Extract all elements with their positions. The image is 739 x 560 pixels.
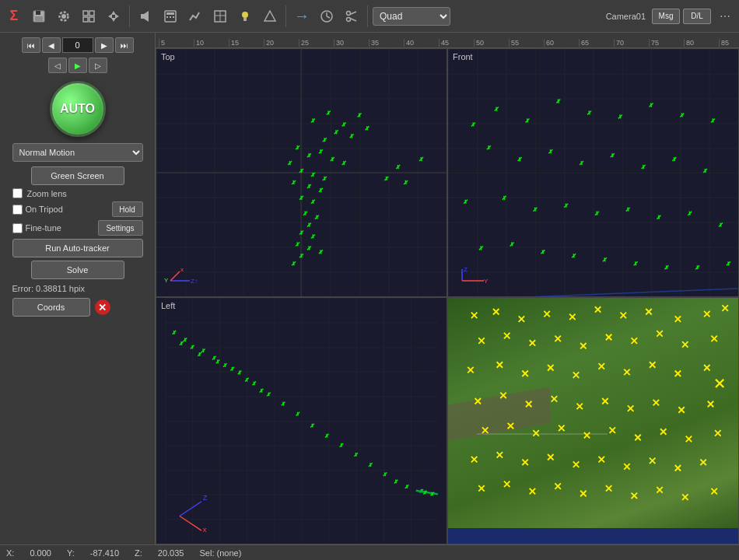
frame-prev-button[interactable]: ◁ — [48, 58, 67, 73]
green-screen-button[interactable]: Green Screen — [31, 166, 124, 185]
ruler-tick: 35 — [369, 39, 404, 47]
sep1 — [129, 5, 130, 27]
front-label: Front — [453, 52, 473, 61]
frame-next-button[interactable]: ▷ — [89, 58, 107, 73]
x-mark-button[interactable]: ✕ — [95, 299, 110, 315]
mode-dropdown[interactable]: Quad — [373, 7, 450, 26]
ruler-tick: 55 — [509, 39, 544, 47]
svg-rect-25 — [243, 19, 247, 21]
fine-tune-checkbox[interactable] — [12, 223, 23, 233]
move-icon[interactable] — [103, 5, 124, 27]
play-button[interactable]: ▶ — [68, 58, 87, 73]
top-axis: Z↑ x Y — [163, 265, 201, 290]
group-icon[interactable] — [78, 5, 100, 27]
sigma-icon[interactable]: Σ — [3, 5, 25, 27]
svg-text:Z: Z — [203, 494, 208, 502]
svg-rect-6 — [89, 11, 94, 16]
next-button[interactable]: ▶ — [95, 37, 114, 53]
left-viewport[interactable]: Left — [156, 297, 447, 544]
triangle-icon[interactable] — [259, 5, 281, 27]
next-next-button[interactable]: ⏭ — [115, 37, 134, 53]
y-value: -87.410 — [90, 548, 119, 558]
svg-rect-17 — [166, 16, 168, 18]
svg-point-31 — [347, 17, 351, 21]
ruler-tick: 25 — [299, 39, 334, 47]
ruler-ticks: 5101520253035404550556065707580859095 — [156, 33, 739, 48]
svg-rect-1 — [36, 11, 40, 15]
msg-button[interactable]: Msg — [652, 9, 680, 24]
audio-icon[interactable] — [135, 5, 156, 27]
sel-label: Sel: (none) — [199, 548, 241, 558]
svg-rect-13 — [141, 14, 144, 19]
top-track-marks: Z↑ x Y — [156, 49, 447, 296]
svg-point-30 — [347, 11, 351, 15]
viewports: Top — [156, 48, 739, 544]
zoom-lens-row: Zoom lens — [12, 188, 143, 198]
camera-status-bar — [448, 528, 738, 544]
svg-line-42 — [170, 271, 180, 281]
ruler-tick: 70 — [614, 39, 649, 47]
svg-line-54 — [180, 502, 201, 516]
calc-icon[interactable] — [159, 5, 181, 27]
left-label: Left — [161, 301, 175, 310]
svg-text:Z↑: Z↑ — [191, 278, 198, 285]
ruler-tick: 50 — [474, 39, 509, 47]
error-text: Error: 0.38811 hpix — [12, 284, 143, 293]
light-icon[interactable] — [234, 5, 256, 27]
front-axis: Z Y — [454, 265, 493, 290]
ruler-tick: 30 — [334, 39, 369, 47]
clock-icon[interactable] — [316, 5, 338, 27]
chart-icon[interactable] — [184, 5, 206, 27]
run-auto-tracker-button[interactable]: Run Auto-tracker — [12, 239, 143, 257]
aerial-line — [477, 433, 608, 435]
solve-button[interactable]: Solve — [31, 261, 124, 279]
toolbar: Σ → Quad Camera01 Msg D/L — [0, 0, 739, 33]
prev-prev-button[interactable]: ⏮ — [22, 37, 40, 53]
svg-rect-45 — [448, 49, 738, 296]
motion-mode-dropdown[interactable]: Normal Motion — [12, 143, 143, 162]
svg-rect-53 — [165, 298, 438, 544]
svg-marker-12 — [115, 14, 119, 19]
svg-rect-16 — [166, 12, 174, 15]
dl-button[interactable]: D/L — [683, 9, 711, 24]
y-label: Y: — [67, 548, 75, 558]
front-viewport[interactable]: Front — [447, 48, 739, 297]
arrow-right-icon[interactable]: → — [291, 5, 313, 27]
coords-button[interactable]: Coords — [12, 298, 90, 317]
gear-icon[interactable] — [53, 5, 75, 27]
svg-text:Y: Y — [484, 278, 489, 285]
camera-viewport[interactable] — [447, 297, 739, 544]
ruler-tick: 60 — [544, 39, 579, 47]
prev-button[interactable]: ◀ — [42, 37, 61, 53]
fine-tune-settings-row: Fine-tune Settings — [12, 220, 143, 236]
frame-input[interactable]: 0 — [62, 37, 93, 53]
svg-text:Z: Z — [464, 266, 468, 273]
hold-button[interactable]: Hold — [112, 201, 143, 217]
svg-rect-2 — [35, 16, 43, 21]
zoom-lens-checkbox[interactable] — [12, 188, 23, 198]
camera-label: Camera01 — [606, 12, 646, 21]
on-tripod-checkbox[interactable] — [12, 205, 23, 215]
on-tripod-label: On Tripod — [26, 205, 109, 214]
svg-rect-19 — [173, 16, 174, 18]
ruler-tick: 85 — [719, 39, 739, 47]
svg-line-56 — [180, 516, 201, 530]
svg-point-3 — [61, 14, 66, 19]
svg-rect-24 — [243, 18, 247, 19]
ruler-tick: 15 — [229, 39, 264, 47]
x-label: X: — [6, 548, 14, 558]
scene-icon[interactable] — [209, 5, 231, 27]
save-icon[interactable] — [28, 5, 50, 27]
settings-button[interactable]: Settings — [98, 220, 143, 236]
extra-icon[interactable]: ⋯ — [714, 5, 736, 27]
fine-tune-label: Fine-tune — [26, 223, 95, 233]
sep2 — [285, 5, 286, 27]
svg-point-23 — [242, 12, 248, 18]
top-viewport[interactable]: Top — [156, 48, 447, 297]
scissors-icon[interactable] — [341, 5, 362, 27]
status-bar: X: 0.000 Y: -87.410 Z: 20.035 Sel: (none… — [0, 544, 739, 560]
svg-rect-18 — [170, 16, 171, 18]
auto-button[interactable]: AUTO — [50, 81, 106, 137]
svg-rect-7 — [83, 17, 88, 22]
svg-text:x: x — [180, 266, 184, 273]
